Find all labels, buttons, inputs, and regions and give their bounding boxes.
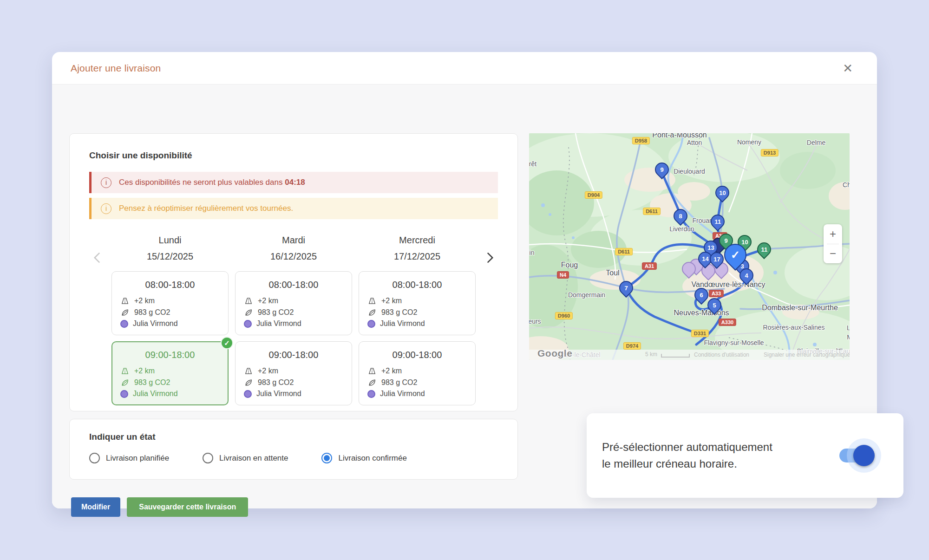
auto-select-label: Pré-sélectionner automatiquement le meil… [602, 439, 772, 472]
auto-select-card: Pré-sélectionner automatiquement le meil… [587, 413, 903, 498]
map-town-label: eurs [529, 318, 541, 325]
driver-avatar [120, 390, 128, 398]
slot-driver-row: Julia Virmond [367, 390, 467, 398]
road-shield-label: D611 [643, 208, 661, 215]
map-marker-11[interactable]: 11 [708, 212, 727, 231]
day-name: Lundi [111, 235, 229, 246]
slot-driver-row: Julia Virmond [244, 390, 343, 398]
slot-distance-row: +2 km [120, 366, 220, 376]
driver-avatar [244, 320, 252, 328]
driver-avatar [244, 390, 252, 398]
slot-time: 09:00-18:00 [244, 350, 343, 360]
slot-co2-row: 983 g CO2 [244, 378, 343, 387]
slot-card[interactable]: 09:00-18:00 +2 km 983 g CO2 Julia Virmon… [359, 341, 476, 405]
driver-avatar [367, 320, 375, 328]
map-marker-7[interactable]: 7 [616, 278, 636, 298]
day-header: Lundi 15/12/2025 [111, 235, 229, 262]
map-marker-8[interactable]: 8 [671, 206, 690, 226]
slot-card[interactable]: 08:00-18:00 +2 km 983 g CO2 Julia Virmon… [111, 271, 229, 335]
slot-card[interactable]: 08:00-18:00 +2 km 983 g CO2 Julia Virmon… [235, 271, 352, 335]
leaf-icon [244, 308, 253, 317]
map-town-label: Dombasle-sur-Meurthe [762, 304, 838, 312]
radio-icon [203, 453, 213, 463]
zoom-out-button[interactable]: − [824, 244, 842, 264]
map-town-label: Liverdun [669, 225, 694, 233]
add-delivery-modal: Ajouter une livraison ✕ Choisir une disp… [52, 52, 877, 508]
chevron-right-icon[interactable] [482, 235, 498, 411]
zoom-in-button[interactable]: + [824, 224, 842, 244]
road-icon [244, 366, 253, 376]
route-map[interactable]: Pont-à-MoussonAttonNomenyDelmeDieulouard… [529, 133, 850, 360]
map-marker-9[interactable]: 9 [652, 160, 672, 179]
modify-button[interactable]: Modifier [71, 497, 120, 517]
day-date: 17/12/2025 [359, 251, 476, 262]
road-shield-label: D974 [623, 342, 641, 350]
close-icon[interactable]: ✕ [843, 62, 853, 74]
driver-avatar [367, 390, 375, 398]
toggle-thumb [853, 445, 875, 466]
radio-icon-selected [321, 453, 332, 463]
radio-livraison-planifiee[interactable]: Livraison planifiée [89, 453, 169, 463]
slot-distance-row: +2 km [244, 366, 343, 376]
alert-reoptimize: i Pensez à réoptimiser régulièrement vos… [89, 198, 498, 219]
slot-co2-row: 983 g CO2 [367, 308, 467, 317]
map-town-label: M [847, 333, 850, 341]
slot-co2-row: 983 g CO2 [244, 308, 343, 317]
slot-driver-row: Julia Virmond [367, 319, 467, 328]
map-town-label: Dieulouard [674, 168, 705, 175]
map-town-label: L [847, 324, 850, 332]
radio-livraison-confirmee[interactable]: Livraison confirmée [321, 453, 406, 463]
auto-select-toggle[interactable] [839, 449, 869, 462]
countdown: 04:18 [285, 178, 305, 187]
map-town-label: Domgermain [568, 291, 605, 299]
chevron-left-icon[interactable] [89, 235, 105, 411]
map-town-label: Neuves-Maisons [674, 309, 729, 317]
slot-co2-row: 983 g CO2 [367, 378, 467, 387]
slot-card-selected[interactable]: ✓ 09:00-18:00 +2 km 983 g CO2 Julia Virm… [111, 341, 229, 405]
slot-co2-row: 983 g CO2 [120, 308, 220, 317]
modal-title: Ajouter une livraison [71, 63, 161, 74]
modal-body: Choisir une disponibilité i Ces disponib… [52, 85, 877, 508]
state-heading: Indiquer un état [89, 432, 498, 442]
slot-distance-row: +2 km [367, 366, 467, 376]
page-background: Ajouter une livraison ✕ Choisir une disp… [0, 0, 929, 560]
road-shield-label: D904 [585, 191, 602, 199]
road-shield-label: D958 [632, 137, 650, 144]
road-shield-label: A330 [719, 319, 736, 326]
map-marker-10[interactable]: 10 [713, 183, 732, 202]
slot-time: 08:00-18:00 [244, 280, 343, 290]
info-icon: i [101, 203, 111, 214]
road-shield-label: D913 [761, 149, 779, 156]
slot-card[interactable]: 09:00-18:00 +2 km 983 g CO2 Julia Virmon… [235, 341, 352, 405]
day-name: Mardi [235, 235, 352, 246]
slot-co2-row: 983 g CO2 [120, 378, 220, 387]
slot-card[interactable]: 08:00-18:00 +2 km 983 g CO2 Julia Virmon… [359, 271, 476, 335]
save-delivery-button[interactable]: Sauvegarder cette livraison [127, 497, 248, 517]
map-town-label: in [530, 249, 535, 256]
slot-time: 09:00-18:00 [120, 350, 220, 360]
map-attribution-bar [529, 350, 850, 360]
slot-distance-row: +2 km [244, 296, 343, 306]
map-town-label: Rosières-aux-Salines [763, 324, 824, 331]
road-icon [244, 296, 253, 306]
map-town-label: Nomeny [737, 138, 761, 146]
map-zoom-control: + − [824, 224, 842, 263]
action-buttons: Modifier Sauvegarder cette livraison [71, 497, 248, 517]
road-shield-label: A31 [642, 262, 657, 270]
road-shield-label: D960 [555, 312, 573, 319]
map-marker-11[interactable]: 11 [754, 240, 774, 259]
day-header: Mercredi 17/12/2025 [359, 235, 476, 262]
driver-avatar [120, 320, 128, 328]
alert-expiry: i Ces disponibilités ne seront plus vala… [89, 172, 498, 193]
map-overlay: Pont-à-MoussonAttonNomenyDelmeDieulouard… [529, 133, 850, 360]
map-town-label: Flavigny-sur-Moselle [704, 339, 764, 346]
alert-expiry-text: Ces disponibilités ne seront plus valabl… [119, 178, 305, 187]
day-column-mardi: Mardi 16/12/2025 08:00-18:00 +2 km 983 g… [235, 235, 352, 411]
leaf-icon [244, 378, 253, 387]
day-date: 15/12/2025 [111, 251, 229, 262]
day-column-lundi: Lundi 15/12/2025 08:00-18:00 +2 km 983 g… [111, 235, 229, 411]
map-town-label: rêt [529, 160, 536, 168]
leaf-icon [367, 308, 377, 317]
radio-livraison-en-attente[interactable]: Livraison en attente [203, 453, 288, 463]
road-shield-label: A33 [709, 290, 724, 297]
